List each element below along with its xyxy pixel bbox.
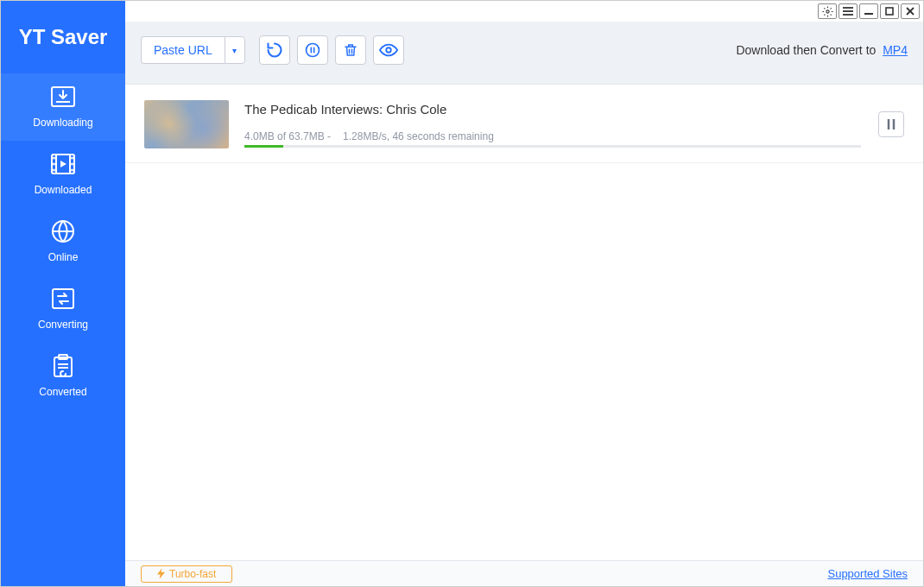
resume-all-button[interactable]	[259, 35, 290, 65]
pause-circle-icon	[304, 41, 321, 59]
svg-point-28	[386, 47, 391, 53]
progress-fill	[244, 145, 283, 148]
format-link[interactable]: MP4	[883, 43, 908, 57]
svg-point-9	[72, 164, 73, 165]
sidebar-item-downloaded[interactable]: Downloaded	[1, 141, 125, 208]
download-title: The Pedicab Interviews: Chris Cole	[244, 102, 861, 117]
pause-download-button[interactable]	[878, 111, 904, 137]
svg-rect-22	[886, 8, 893, 15]
supported-sites-link[interactable]: Supported Sites	[827, 567, 908, 580]
close-button[interactable]	[901, 3, 920, 19]
svg-point-7	[54, 170, 54, 171]
turbo-fast-button[interactable]: Turbo-fast	[141, 565, 232, 583]
hamburger-icon	[843, 7, 853, 16]
sidebar-item-downloading[interactable]: Downloading	[1, 73, 125, 141]
minimize-button[interactable]	[859, 3, 878, 19]
svg-point-10	[72, 170, 73, 171]
sidebar-item-label: Online	[48, 251, 79, 263]
chevron-down-icon: ▾	[232, 46, 237, 55]
footer: Turbo-fast Supported Sites	[125, 560, 923, 586]
download-size-text: 4.0MB of 63.7MB -	[244, 130, 331, 142]
pause-all-button[interactable]	[297, 35, 328, 65]
svg-point-6	[54, 164, 54, 165]
download-then-text: Download then Convert to	[736, 43, 876, 57]
video-file-icon	[48, 151, 78, 177]
svg-point-25	[306, 44, 319, 57]
video-thumbnail	[144, 100, 229, 148]
sidebar: YT Saver Downloading Downloaded Online C…	[1, 1, 125, 586]
preview-button[interactable]	[373, 35, 404, 65]
sidebar-item-label: Downloaded	[35, 184, 92, 196]
download-item: The Pedicab Interviews: Chris Cole 4.0MB…	[125, 85, 923, 163]
progress-bar	[244, 145, 861, 148]
svg-rect-12	[53, 289, 73, 308]
turbo-label: Turbo-fast	[169, 568, 216, 580]
delete-button[interactable]	[335, 35, 366, 65]
eye-icon	[379, 43, 398, 57]
sidebar-item-converting[interactable]: Converting	[1, 275, 125, 343]
maximize-icon	[885, 7, 894, 16]
menu-button[interactable]	[839, 3, 858, 19]
paste-url-dropdown[interactable]: ▾	[225, 36, 245, 64]
clipboard-icon	[48, 353, 78, 379]
svg-point-17	[826, 9, 828, 12]
convert-icon	[48, 286, 78, 312]
sidebar-item-online[interactable]: Online	[1, 208, 125, 275]
trash-icon	[343, 41, 358, 59]
window-titlebar	[125, 1, 923, 22]
refresh-icon	[266, 41, 283, 59]
close-icon	[906, 7, 915, 16]
app-brand: YT Saver	[1, 1, 125, 73]
download-info: The Pedicab Interviews: Chris Cole 4.0MB…	[244, 102, 861, 148]
pause-icon	[886, 118, 896, 130]
sidebar-item-label: Downloading	[33, 117, 92, 129]
sidebar-item-label: Converted	[39, 386, 86, 398]
sidebar-item-converted[interactable]: Converted	[1, 343, 125, 410]
globe-icon	[48, 218, 78, 244]
download-speed-text: 1.28MB/s, 46 seconds remaining	[343, 130, 494, 142]
download-list: The Pedicab Interviews: Chris Cole 4.0MB…	[125, 85, 923, 560]
toolbar: Paste URL ▾ Download then Convert to MP4	[125, 22, 923, 85]
svg-point-5	[54, 158, 54, 159]
paste-url-button[interactable]: Paste URL	[141, 36, 225, 64]
download-stats: 4.0MB of 63.7MB -1.28MB/s, 46 seconds re…	[244, 130, 861, 142]
convert-label-area: Download then Convert to MP4	[736, 43, 908, 57]
gear-icon	[822, 6, 833, 17]
download-icon	[48, 84, 78, 110]
settings-button[interactable]	[818, 3, 837, 19]
maximize-button[interactable]	[880, 3, 899, 19]
svg-point-8	[72, 158, 73, 159]
lightning-icon	[157, 568, 165, 579]
minimize-icon	[864, 7, 873, 16]
sidebar-item-label: Converting	[38, 319, 88, 331]
main-area: Paste URL ▾ Download then Convert to MP4	[125, 1, 923, 586]
